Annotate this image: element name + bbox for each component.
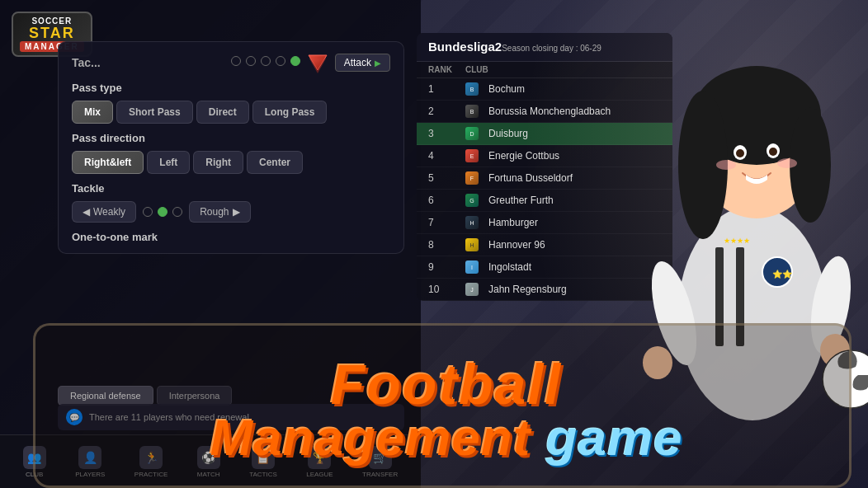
badge-duisburg: D (465, 127, 479, 140)
attack-label: Attack (344, 57, 371, 68)
tackle-row: ◀ Weakly Rough ▶ (72, 201, 390, 223)
rank-10: 10 (428, 284, 465, 295)
pass-type-group: Mix Short Pass Direct Long Pass (72, 101, 390, 124)
tackle-dots (143, 207, 182, 217)
rough-button[interactable]: Rough ▶ (189, 201, 250, 223)
dot-2 (246, 56, 256, 66)
right-arrow-icon: ▶ (233, 206, 240, 218)
badge-energie: E (465, 149, 479, 162)
svg-point-10 (769, 148, 777, 156)
pass-type-label: Pass type (72, 82, 390, 94)
tackle-dot-3 (172, 207, 182, 217)
badge-fortuna: F (465, 171, 479, 185)
attack-arrow-icon: ▶ (375, 59, 381, 68)
rank-1: 1 (428, 83, 465, 95)
dot-5 (290, 56, 300, 66)
pass-short-button[interactable]: Short Pass (116, 101, 193, 124)
attack-button[interactable]: Attack ▶ (335, 54, 390, 72)
rank-8: 8 (428, 239, 465, 251)
rank-2: 2 (428, 106, 465, 117)
badge-jahn: J (465, 283, 479, 296)
tactics-title: Tac... (72, 56, 101, 69)
rank-6: 6 (428, 195, 465, 206)
rank-3: 3 (428, 128, 465, 139)
left-arrow-icon: ◀ (83, 206, 90, 218)
badge-borussia: B (465, 105, 479, 118)
dot-4 (276, 56, 285, 66)
dot-3 (261, 56, 271, 66)
progress-dots (231, 56, 300, 66)
svg-text:⭐⭐: ⭐⭐ (772, 269, 793, 279)
tactics-panel: Tac... Attack (58, 41, 404, 254)
footer-text-area: Football Management game (41, 356, 851, 463)
badge-hamburger: H (465, 216, 479, 229)
pass-long-button[interactable]: Long Pass (252, 101, 328, 124)
tackle-dot-2 (158, 207, 167, 217)
dir-rightleft-button[interactable]: Right&left (72, 151, 144, 174)
rank-col-header: RANK (428, 65, 465, 74)
pass-direction-group: Right&left Left Right Center (72, 151, 390, 174)
down-arrow-icon (307, 52, 328, 73)
tackle-dot-1 (143, 207, 153, 217)
rank-5: 5 (428, 172, 465, 184)
rank-9: 9 (428, 261, 465, 273)
pass-direction-label: Pass direction (72, 132, 390, 144)
logo-star: STAR (29, 26, 75, 40)
pass-mix-button[interactable]: Mix (72, 101, 113, 124)
weakly-button[interactable]: ◀ Weakly (72, 201, 136, 223)
management-word: Management (210, 409, 545, 466)
oneonone-label: One-to-one mark (72, 231, 390, 243)
rank-7: 7 (428, 217, 465, 228)
dir-center-button[interactable]: Center (247, 151, 303, 174)
tackle-label: Tackle (72, 182, 390, 195)
tactics-header: Tac... Attack (72, 52, 390, 73)
svg-marker-1 (309, 59, 326, 73)
badge-bochum: B (465, 82, 479, 96)
weakly-label: Weakly (93, 206, 125, 218)
pass-direct-button[interactable]: Direct (196, 101, 249, 124)
svg-point-11 (716, 160, 736, 170)
svg-point-12 (777, 158, 797, 168)
rough-label: Rough (200, 206, 229, 218)
dir-right-button[interactable]: Right (193, 151, 243, 174)
footer-line2: Management game (210, 412, 682, 463)
dot-1 (231, 56, 241, 66)
badge-greuther: G (465, 194, 479, 207)
svg-point-9 (736, 149, 744, 157)
svg-text:★★★★: ★★★★ (724, 237, 750, 245)
rank-4: 4 (428, 150, 465, 162)
dir-left-button[interactable]: Left (147, 151, 190, 174)
badge-hannover: H (465, 238, 479, 251)
footer-line1: Football (331, 356, 562, 412)
badge-ingolstadt: I (465, 260, 479, 274)
game-word: game (546, 409, 683, 466)
league-title-text: Bundesliga2 (428, 40, 502, 54)
